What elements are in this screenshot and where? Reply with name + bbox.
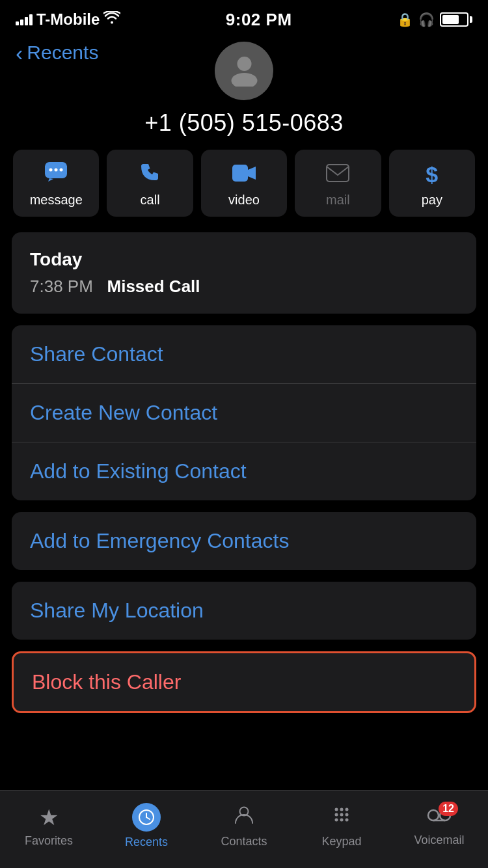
lock-icon: 🔒 xyxy=(397,12,413,27)
wifi-icon xyxy=(103,11,120,28)
svg-point-14 xyxy=(346,808,349,811)
svg-rect-6 xyxy=(232,165,248,182)
contact-actions-card: Share Contact Create New Contact Add to … xyxy=(12,325,476,500)
pay-label: pay xyxy=(422,193,442,208)
video-icon xyxy=(232,162,256,187)
avatar-icon xyxy=(226,51,262,92)
svg-point-5 xyxy=(60,169,63,172)
bar1 xyxy=(16,21,19,25)
today-label: Today xyxy=(30,249,458,270)
keypad-label: Keypad xyxy=(321,835,361,848)
status-icons: 🔒 🎧 xyxy=(397,12,472,27)
bar3 xyxy=(25,17,28,25)
svg-point-12 xyxy=(335,808,338,811)
keypad-icon xyxy=(331,804,353,831)
voicemail-label: Voicemail xyxy=(414,834,464,847)
svg-point-16 xyxy=(340,813,344,817)
bar4 xyxy=(29,14,33,25)
voicemail-badge: 12 xyxy=(439,802,458,816)
contacts-label: Contacts xyxy=(221,835,267,848)
tab-contacts[interactable]: Contacts xyxy=(195,804,293,848)
tab-recents[interactable]: Recents xyxy=(98,803,195,849)
location-card: Share My Location xyxy=(12,582,476,640)
tab-bar: ★ Favorites Recents Contacts xyxy=(0,790,488,868)
headphone-icon: 🎧 xyxy=(418,12,435,27)
message-label: message xyxy=(30,193,83,208)
add-to-existing-row[interactable]: Add to Existing Contact xyxy=(12,442,476,500)
svg-point-3 xyxy=(49,169,53,172)
block-caller-label: Block this Caller xyxy=(32,670,181,694)
svg-point-21 xyxy=(428,810,439,821)
status-bar: T-Mobile 9:02 PM 🔒 🎧 xyxy=(0,0,488,35)
pay-button[interactable]: $ pay xyxy=(389,150,475,217)
create-new-contact-row[interactable]: Create New Contact xyxy=(12,384,476,442)
video-label: video xyxy=(228,193,260,208)
favorites-label: Favorites xyxy=(25,834,73,848)
message-icon xyxy=(44,161,68,187)
svg-point-18 xyxy=(335,819,338,822)
location-label: Share My Location xyxy=(30,599,204,623)
carrier-info: T-Mobile xyxy=(16,10,120,29)
svg-point-4 xyxy=(55,169,58,172)
contact-header: ‹ Recents +1 (505) 515-0683 xyxy=(0,35,488,150)
recents-icon xyxy=(132,803,161,832)
mail-label: mail xyxy=(326,193,350,208)
tab-keypad[interactable]: Keypad xyxy=(293,804,390,848)
mail-icon xyxy=(326,162,349,187)
video-button[interactable]: video xyxy=(201,150,287,217)
svg-point-17 xyxy=(346,813,349,817)
call-label: call xyxy=(141,193,160,208)
svg-point-15 xyxy=(335,813,338,817)
svg-point-0 xyxy=(237,57,251,71)
svg-point-13 xyxy=(340,808,344,811)
tab-favorites[interactable]: ★ Favorites xyxy=(0,804,98,848)
avatar xyxy=(215,42,273,100)
back-button[interactable]: ‹ Recents xyxy=(16,42,98,64)
recents-label: Recents xyxy=(125,835,168,849)
favorites-icon: ★ xyxy=(39,804,59,830)
emergency-row[interactable]: Add to Emergency Contacts xyxy=(12,512,476,570)
call-icon xyxy=(140,161,161,187)
call-button[interactable]: call xyxy=(107,150,193,217)
call-type: Missed Call xyxy=(107,277,200,296)
phone-number: +1 (505) 515-0683 xyxy=(144,109,344,137)
call-history-card: Today 7:38 PM Missed Call xyxy=(12,232,476,314)
svg-point-20 xyxy=(346,819,349,822)
message-button[interactable]: message xyxy=(13,150,99,217)
carrier-name: T-Mobile xyxy=(36,10,100,29)
back-chevron-icon: ‹ xyxy=(16,42,23,64)
svg-line-10 xyxy=(146,817,150,819)
call-time-detail: 7:38 PM Missed Call xyxy=(30,277,458,297)
pay-icon: $ xyxy=(426,162,438,187)
call-time: 7:38 PM xyxy=(30,277,93,296)
svg-point-19 xyxy=(340,819,344,822)
svg-point-1 xyxy=(231,73,257,87)
share-contact-row[interactable]: Share Contact xyxy=(12,325,476,384)
bar2 xyxy=(20,20,23,25)
block-caller-card[interactable]: Block this Caller xyxy=(12,651,476,713)
voicemail-icon-wrap: 12 xyxy=(427,806,452,830)
svg-rect-7 xyxy=(327,165,349,182)
tab-voicemail[interactable]: 12 Voicemail xyxy=(390,806,488,847)
back-label: Recents xyxy=(27,42,98,64)
battery-icon xyxy=(440,12,472,27)
emergency-card: Add to Emergency Contacts xyxy=(12,512,476,570)
signal-bars xyxy=(16,14,33,25)
create-new-contact-label: Create New Contact xyxy=(30,401,217,425)
contacts-icon xyxy=(233,804,255,831)
add-to-existing-label: Add to Existing Contact xyxy=(30,459,247,483)
emergency-label: Add to Emergency Contacts xyxy=(30,529,289,553)
location-row[interactable]: Share My Location xyxy=(12,582,476,640)
action-buttons-row: message call video mail $ pay xyxy=(0,150,488,217)
mail-button[interactable]: mail xyxy=(295,150,381,217)
share-contact-label: Share Contact xyxy=(30,342,163,366)
status-time: 9:02 PM xyxy=(226,10,292,30)
